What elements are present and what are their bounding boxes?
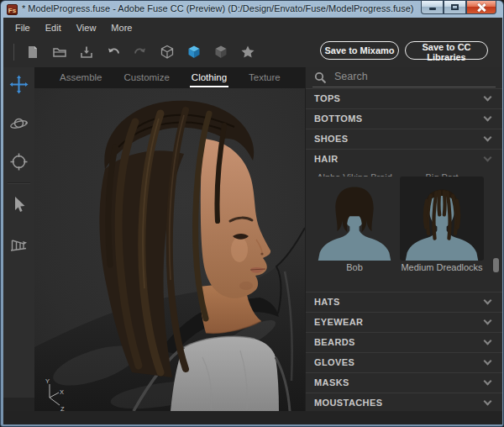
cube-solid-active-icon[interactable]	[186, 45, 202, 60]
section-hair[interactable]: HAIR	[306, 149, 502, 169]
hair-item-label-clipped: Alpha Viking Braid	[312, 169, 396, 177]
menu-view[interactable]: View	[69, 19, 104, 36]
section-gloves-label: GLOVES	[314, 357, 354, 367]
chevron-down-icon	[484, 154, 492, 162]
section-beards-label: BEARDS	[314, 337, 355, 347]
tab-clothing[interactable]: Clothing	[192, 69, 227, 87]
search-input[interactable]	[333, 70, 475, 83]
main-area: Assemble Customize Clothing Texture	[3, 67, 502, 411]
move-tool-icon[interactable]	[8, 74, 29, 95]
hair-item-label: Medium Dreadlocks	[400, 262, 484, 272]
undo-icon[interactable]	[106, 45, 121, 60]
mode-tabs: Assemble Customize Clothing Texture	[34, 67, 305, 88]
hair-items: Alpha Viking Braid Big Part	[306, 169, 502, 292]
status-strip	[3, 411, 502, 424]
section-hats[interactable]: HATS	[306, 292, 502, 312]
section-shoes[interactable]: SHOES	[306, 129, 502, 149]
toolbar: Save to Mixamo Save to CC Libraries	[3, 37, 502, 67]
save-icon[interactable]	[79, 45, 94, 60]
window-controls	[421, 1, 496, 14]
hair-thumb-bob[interactable]	[312, 177, 396, 261]
fuse-app-icon: Fs	[7, 4, 18, 15]
clothing-panel: TOPS BOTTOMS SHOES HAIR Alpha Viki	[305, 67, 502, 411]
open-folder-icon[interactable]	[52, 45, 67, 60]
favorite-star-icon[interactable]	[240, 45, 255, 60]
minimize-icon	[429, 8, 436, 10]
hair-item-label-clipped: Big Part	[400, 169, 484, 177]
redo-icon[interactable]	[133, 45, 148, 60]
medium-dreadlocks-silhouette	[402, 182, 482, 261]
svg-text:Y: Y	[45, 377, 50, 385]
panel-scrollbar-thumb[interactable]	[493, 258, 499, 272]
app-content: File Edit View More Save to Mixamo Save …	[3, 18, 502, 424]
search-row	[306, 67, 502, 88]
maximize-button[interactable]	[444, 1, 466, 14]
new-file-icon[interactable]	[25, 45, 40, 60]
section-hats-label: HATS	[314, 297, 340, 307]
cube-shaded-icon[interactable]	[213, 45, 228, 60]
section-gloves[interactable]: GLOVES	[306, 352, 502, 372]
close-button[interactable]	[466, 1, 496, 14]
screenshot-stage: Fs * ModelProgress.fuse - Adobe Fuse CC …	[0, 0, 504, 427]
target-tool-icon[interactable]	[8, 151, 29, 172]
cube-wireframe-icon[interactable]	[160, 45, 175, 60]
window-title: * ModelProgress.fuse - Adobe Fuse CC (Pr…	[22, 3, 413, 13]
section-bottoms[interactable]: BOTTOMS	[306, 108, 502, 129]
select-tool-icon[interactable]	[8, 194, 29, 215]
search-underline	[312, 87, 496, 87]
chevron-down-icon	[484, 337, 492, 345]
maximize-icon	[451, 4, 459, 10]
tab-customize[interactable]: Customize	[124, 69, 170, 87]
menu-more[interactable]: More	[103, 19, 139, 36]
chevron-down-icon	[484, 134, 492, 142]
chevron-down-icon	[484, 297, 492, 305]
title-bar: Fs * ModelProgress.fuse - Adobe Fuse CC …	[1, 1, 503, 18]
chevron-down-icon	[484, 113, 492, 122]
menu-edit[interactable]: Edit	[38, 19, 69, 36]
svg-text:Z: Z	[60, 405, 65, 411]
viewport-tools	[3, 67, 34, 398]
section-moustaches[interactable]: MOUSTACHES	[306, 393, 502, 413]
menu-file[interactable]: File	[8, 19, 38, 36]
orbit-tool-icon[interactable]	[8, 113, 29, 134]
section-bottoms-label: BOTTOMS	[314, 113, 363, 124]
section-beards[interactable]: BEARDS	[306, 332, 502, 352]
section-masks-label: MASKS	[314, 377, 349, 387]
menu-bar: File Edit View More	[3, 18, 502, 37]
chevron-down-icon	[484, 377, 492, 386]
tab-texture[interactable]: Texture	[249, 69, 281, 87]
character-model: Y X Z	[34, 88, 305, 411]
section-eyewear[interactable]: EYEWEAR	[306, 312, 502, 332]
search-icon	[314, 71, 327, 84]
tools-divider	[8, 182, 30, 183]
section-masks[interactable]: MASKS	[306, 372, 502, 393]
app-window: Fs * ModelProgress.fuse - Adobe Fuse CC …	[0, 0, 504, 427]
section-shoes-label: SHOES	[314, 134, 349, 144]
toolbar-divider	[13, 44, 14, 61]
chevron-down-icon	[484, 93, 492, 102]
hair-thumb-medium-dreadlocks[interactable]	[400, 177, 484, 261]
section-moustaches-label: MOUSTACHES	[314, 398, 382, 408]
section-tops-label: TOPS	[314, 93, 340, 103]
close-icon	[477, 3, 486, 12]
perspective-tool-icon[interactable]	[8, 235, 29, 256]
bob-silhouette	[314, 182, 395, 261]
hair-item-label: Bob	[312, 262, 396, 272]
save-to-mixamo-button[interactable]: Save to Mixamo	[320, 41, 399, 60]
section-hair-label: HAIR	[314, 154, 339, 164]
section-eyewear-label: EYEWEAR	[314, 317, 363, 327]
viewport-canvas[interactable]: Y X Z	[34, 88, 305, 411]
section-tops[interactable]: TOPS	[306, 88, 502, 108]
chevron-down-icon	[484, 317, 492, 325]
save-to-cc-libraries-button[interactable]: Save to CC Libraries	[405, 41, 488, 60]
chevron-down-icon	[484, 398, 492, 406]
tab-assemble[interactable]: Assemble	[60, 69, 102, 87]
minimize-button[interactable]	[421, 1, 444, 14]
chevron-down-icon	[484, 357, 492, 366]
svg-text:X: X	[60, 388, 64, 396]
center-column: Assemble Customize Clothing Texture	[34, 67, 305, 411]
